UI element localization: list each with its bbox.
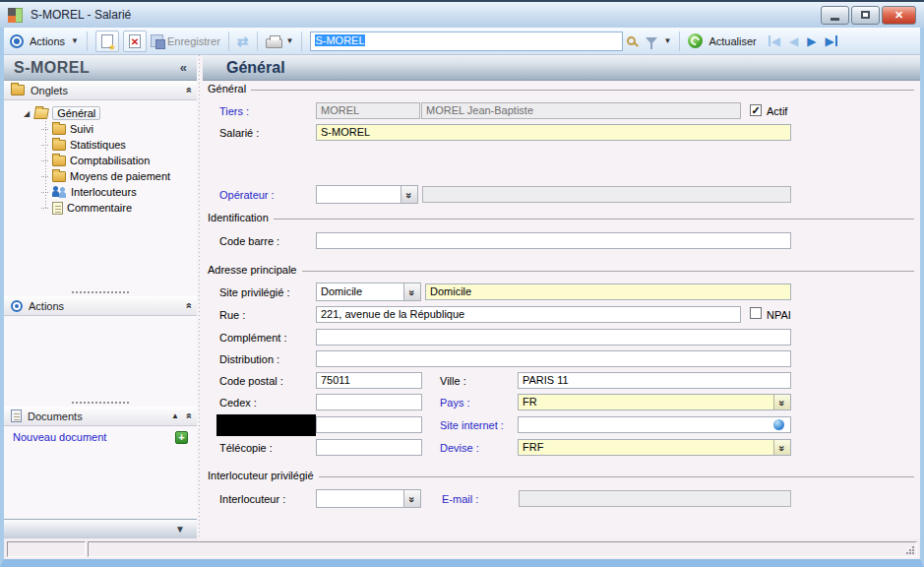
tree-item-comptabilisation[interactable]: Comptabilisation (4, 153, 197, 168)
collapse-panel-icon[interactable]: » (181, 88, 193, 93)
folder-icon (52, 140, 66, 151)
search-icon[interactable] (627, 36, 636, 45)
resize-grip[interactable] (905, 545, 914, 554)
collapse-sidebar-icon[interactable]: « (180, 60, 187, 75)
folder-icon (52, 171, 66, 182)
code-barre-field[interactable] (316, 232, 791, 249)
site-privilegie-combo[interactable]: Domicile» (316, 283, 421, 301)
distribution-field[interactable] (316, 350, 791, 367)
complement-field[interactable] (316, 329, 791, 346)
new-document-link[interactable]: Nouveau document (13, 431, 106, 443)
actions-menu[interactable]: Actions (28, 35, 67, 47)
site-internet-label: Site internet : (440, 419, 504, 431)
sort-icon[interactable]: ▲ (171, 411, 179, 420)
telecopie-field[interactable] (316, 439, 422, 456)
telephone-field[interactable] (316, 416, 422, 433)
collapse-panel-icon[interactable]: » (181, 303, 193, 308)
last-record-button[interactable]: ▶ (825, 34, 836, 48)
print-icon[interactable] (266, 38, 282, 48)
panel-documents-label: Documents (28, 410, 83, 422)
operateur-combo[interactable]: » (316, 185, 418, 204)
actualiser-button[interactable]: Actualiser (707, 35, 758, 47)
next-record-button[interactable]: ▶ (807, 34, 816, 48)
sidebar: S-MOREL « Onglets » ◢ Général Suivi (4, 55, 197, 538)
site-privilegie-field[interactable]: Domicile (425, 284, 791, 300)
salarie-field[interactable]: S-MOREL (316, 124, 791, 141)
panel-onglets-label: Onglets (31, 85, 68, 96)
cedex-field[interactable] (316, 394, 422, 410)
panel-documents-header[interactable]: Documents ▲ » (4, 407, 197, 426)
tabs-tree: ◢ Général Suivi Statistiques Co (4, 100, 197, 216)
minimize-button[interactable] (821, 6, 849, 25)
cedex-label: Cedex : (219, 397, 257, 409)
add-document-button[interactable]: + (175, 431, 188, 444)
dropdown-button[interactable]: » (773, 440, 790, 455)
document-icon (11, 410, 22, 422)
collapse-panel-icon[interactable]: » (181, 413, 193, 418)
tree-item-label: Interlocuteurs (71, 186, 137, 198)
tree-item-moyens-de-paiement[interactable]: Moyens de paiement (4, 168, 197, 184)
tree-item-general[interactable]: ◢ Général (4, 105, 197, 121)
maximize-button[interactable] (851, 6, 880, 25)
filter-caret-icon[interactable]: ▼ (663, 36, 671, 45)
npai-checkbox[interactable] (750, 307, 762, 319)
folder-icon (52, 156, 66, 166)
section-identification: Identification (208, 212, 914, 223)
dropdown-button[interactable]: » (773, 395, 790, 410)
panel-onglets-header[interactable]: Onglets » (4, 81, 197, 100)
devise-combo[interactable]: FRF» (518, 439, 791, 456)
window-title: S-MOREL - Salarié (31, 8, 131, 22)
site-internet-field[interactable] (518, 416, 791, 433)
delete-button[interactable] (123, 31, 147, 52)
tree-item-suivi[interactable]: Suivi (4, 121, 197, 137)
rue-field[interactable]: 221, avenue de la République (316, 306, 741, 323)
dropdown-button[interactable]: » (403, 284, 420, 300)
close-button[interactable]: ✕ (882, 6, 916, 25)
main-panel: Général Général Tiers : MOREL MOREL Jean… (203, 55, 920, 538)
previous-record-button[interactable]: ◀ (789, 34, 798, 48)
ville-field[interactable]: PARIS 11 (518, 372, 791, 389)
dropdown-button[interactable]: » (403, 490, 420, 507)
dropdown-button[interactable]: » (400, 186, 417, 203)
interlocuteur-combo[interactable]: » (316, 489, 421, 508)
panel-actions-header[interactable]: Actions » (4, 296, 197, 316)
redacted-label (216, 414, 316, 436)
actif-checkbox[interactable] (750, 104, 762, 116)
expander-icon[interactable]: ◢ (24, 109, 30, 118)
panel-splitter[interactable] (4, 399, 197, 407)
actions-caret-icon[interactable]: ▼ (71, 36, 79, 45)
record-navigation: ◀ ◀ ▶ ▶ (769, 34, 837, 48)
email-label: E-mail : (442, 493, 478, 505)
pays-combo[interactable]: FR» (518, 394, 791, 410)
filter-icon[interactable] (646, 37, 657, 44)
chevron-down-icon[interactable]: ▼ (175, 524, 185, 535)
save-button[interactable]: Enregistrer (151, 34, 220, 47)
note-icon (52, 202, 63, 215)
app-icon (8, 8, 23, 23)
actualiser-icon[interactable] (688, 33, 703, 48)
status-bar (4, 538, 920, 559)
section-adresse: Adresse principale (208, 264, 914, 276)
actions-target-icon (11, 300, 23, 312)
new-button[interactable] (95, 31, 119, 52)
first-record-button[interactable]: ◀ (769, 34, 780, 48)
refresh-icon[interactable]: ⇄ (237, 33, 249, 49)
tree-item-commentaire[interactable]: Commentaire (4, 200, 197, 216)
tree-item-interlocuteurs[interactable]: Interlocuteurs (4, 184, 197, 200)
tree-item-statistiques[interactable]: Statistiques (4, 137, 197, 153)
tiers-label: Tiers : (219, 105, 249, 117)
site-privilegie-label: Site privilégié : (219, 286, 290, 298)
general-form: Général Tiers : MOREL MOREL Jean-Baptist… (203, 81, 920, 538)
panel-splitter[interactable] (4, 288, 197, 296)
toolbar: Actions ▼ Enregistrer ⇄ ▼ S-MOREL ▼ Actu… (4, 28, 920, 55)
maximize-icon (861, 11, 870, 19)
operateur-label: Opérateur : (219, 189, 275, 201)
separator (301, 32, 302, 51)
print-caret-icon[interactable]: ▼ (286, 36, 294, 45)
title-bar: S-MOREL - Salarié ✕ (0, 0, 924, 28)
status-cell-left (7, 541, 86, 557)
page-title: Général (226, 59, 285, 77)
search-input[interactable]: S-MOREL (310, 32, 623, 51)
code-postal-field[interactable]: 75011 (316, 372, 422, 389)
globe-icon[interactable] (773, 419, 784, 430)
